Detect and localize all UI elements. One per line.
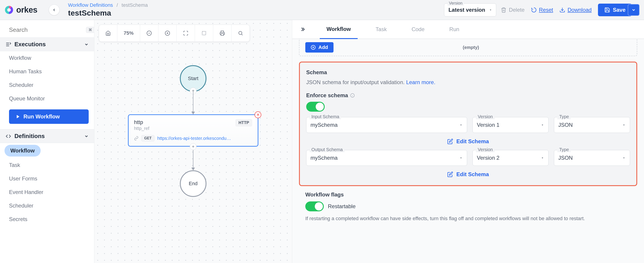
caret-down-icon: [622, 123, 626, 127]
restartable-desc: If restarting a completed workflow can h…: [305, 214, 631, 222]
chevron-down-icon: [631, 8, 636, 12]
header: orkes Workflow Definitions / testSchema …: [0, 0, 644, 20]
logo[interactable]: orkes: [4, 5, 38, 15]
add-param-row: Add (empty): [299, 39, 637, 56]
empty-label: (empty): [463, 45, 479, 50]
chevron-down-icon: [84, 42, 89, 47]
workflow-flow: Start + ✕ http http_ref HTTP: [128, 65, 258, 197]
nav-def-eventhandler[interactable]: Event Handler: [0, 186, 94, 199]
info-icon[interactable]: [350, 93, 355, 98]
flags-title: Workflow flags: [305, 192, 631, 198]
learn-more-link[interactable]: Learn more.: [406, 79, 435, 85]
save-dropdown[interactable]: [628, 4, 640, 16]
restartable-label: Restartable: [328, 203, 356, 210]
download-icon: [560, 7, 565, 13]
svg-rect-13: [221, 34, 224, 36]
task-url: https://orkes-api-tester.orkescondu…: [157, 136, 231, 141]
svg-marker-6: [17, 115, 20, 118]
enforce-schema-toggle[interactable]: [306, 102, 325, 112]
edge: [193, 92, 194, 114]
input-schema-version-select[interactable]: Version Version 1: [472, 117, 548, 133]
task-ref: http_ref: [134, 126, 150, 131]
home-icon: [106, 30, 111, 36]
home-button[interactable]: [99, 25, 117, 42]
tab-task[interactable]: Task: [369, 20, 394, 38]
svg-rect-12: [202, 31, 206, 35]
nav-def-userforms[interactable]: User Forms: [0, 172, 94, 186]
input-schema-type-select[interactable]: Type JSON: [554, 117, 630, 133]
nav-def-scheduler[interactable]: Scheduler: [0, 199, 94, 212]
search-row: ⌘K: [0, 24, 94, 38]
nav-section-definitions[interactable]: Definitions: [0, 129, 94, 143]
http-task-node[interactable]: ✕ http http_ref HTTP GET https://orkes-a…: [128, 114, 258, 146]
schema-section: Schema JSON schema for input/output vali…: [299, 62, 637, 186]
nav-exec-queue[interactable]: Queue Monitor: [0, 92, 94, 105]
reset-icon: [531, 7, 537, 13]
nav-exec-human[interactable]: Human Tasks: [0, 65, 94, 78]
search-input[interactable]: [9, 26, 82, 34]
plus-circle-icon: [165, 30, 170, 36]
back-button[interactable]: [49, 4, 60, 15]
minus-circle-icon: [146, 30, 152, 36]
caret-down-icon: [459, 123, 463, 127]
nav-exec-scheduler[interactable]: Scheduler: [0, 78, 94, 92]
output-schema-version-select[interactable]: Version Version 2: [472, 150, 548, 166]
canvas[interactable]: 75% Start + ✕ http: [94, 20, 292, 263]
edge: [193, 150, 194, 170]
page-title: testSchema: [68, 8, 440, 17]
sidebar: ⌘K Executions Workflow Human Tasks Sched…: [0, 20, 94, 263]
add-after-task[interactable]: +: [190, 143, 196, 150]
print-icon: [220, 30, 225, 36]
zoom-out-button[interactable]: [140, 25, 158, 42]
tab-code[interactable]: Code: [405, 20, 431, 38]
collapse-panel-button[interactable]: [297, 21, 308, 38]
method-badge: GET: [141, 135, 154, 142]
restartable-toggle[interactable]: [305, 202, 324, 211]
caret-down-icon: [622, 156, 626, 160]
download-button[interactable]: Download: [560, 7, 592, 13]
chevron-left-icon: [52, 8, 56, 12]
nav-def-secrets[interactable]: Secrets: [0, 212, 94, 226]
output-schema-select[interactable]: Output Schema mySchema: [306, 150, 467, 166]
version-select[interactable]: Version Latest version: [444, 4, 496, 16]
search-canvas-button[interactable]: [232, 25, 250, 42]
edit-input-schema-link[interactable]: Edit Schema: [306, 138, 630, 144]
save-button[interactable]: Save: [598, 4, 632, 16]
print-button[interactable]: [213, 25, 232, 42]
edit-output-schema-link[interactable]: Edit Schema: [306, 171, 630, 178]
delete-button[interactable]: Delete: [501, 7, 524, 13]
definitions-icon: [6, 133, 11, 139]
zoom-level[interactable]: 75%: [117, 25, 140, 42]
caret-down-icon: [459, 156, 463, 160]
add-button[interactable]: Add: [305, 42, 334, 52]
nav-section-executions[interactable]: Executions: [0, 38, 94, 51]
nav-def-workflow[interactable]: Workflow: [4, 145, 40, 156]
fit-button[interactable]: [177, 25, 195, 42]
task-type-badge: HTTP: [235, 119, 252, 126]
panel-tabs: Workflow Task Code Run: [292, 20, 644, 39]
caret-down-icon: [541, 123, 544, 127]
maximize-icon: [183, 30, 188, 36]
zoom-in-button[interactable]: [158, 25, 177, 42]
right-panel: Workflow Task Code Run Add (empty) Schem…: [292, 20, 644, 263]
run-workflow-button[interactable]: Run Workflow: [9, 110, 89, 124]
tab-run[interactable]: Run: [442, 20, 466, 38]
breadcrumb: Workflow Definitions / testSchema testSc…: [68, 2, 440, 17]
layout-button[interactable]: [195, 25, 213, 42]
output-schema-type-select[interactable]: Type JSON: [554, 150, 630, 166]
delete-task-button[interactable]: ✕: [254, 112, 261, 118]
header-actions: Delete Reset Download Save: [501, 4, 640, 16]
executions-icon: [6, 42, 11, 47]
breadcrumb-root[interactable]: Workflow Definitions: [68, 2, 113, 8]
start-node[interactable]: Start +: [180, 65, 206, 92]
tab-workflow[interactable]: Workflow: [320, 20, 358, 39]
workflow-flags-section: Workflow flags Restartable If restarting…: [299, 186, 637, 222]
schema-title: Schema: [306, 69, 630, 76]
input-schema-select[interactable]: Input Schema mySchema: [306, 117, 467, 133]
reset-button[interactable]: Reset: [531, 7, 553, 13]
end-node[interactable]: End: [180, 170, 206, 197]
nav-def-task[interactable]: Task: [0, 158, 94, 172]
caret-down-icon: [489, 8, 492, 12]
breadcrumb-current: testSchema: [122, 2, 148, 8]
nav-exec-workflow[interactable]: Workflow: [0, 51, 94, 65]
